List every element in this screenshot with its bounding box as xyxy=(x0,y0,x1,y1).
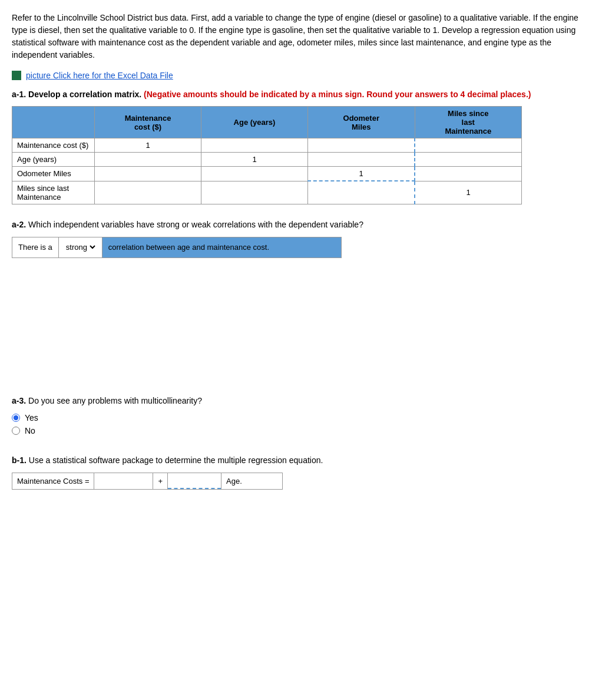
a3-question: a-3. Do you see any problems with multic… xyxy=(12,395,590,407)
cell-ml-ml[interactable] xyxy=(415,181,522,204)
a1-desc: Develop a correlation matrix. xyxy=(28,90,144,99)
row-label-miles-since: Miles since lastMaintenance xyxy=(12,181,95,204)
a1-question: a-1. Develop a correlation matrix. (Nega… xyxy=(12,90,590,99)
section-a2: a-2. Which independent variables have st… xyxy=(12,219,590,258)
cell-ml-age[interactable] xyxy=(201,181,308,204)
radio-no-item: No xyxy=(12,426,590,435)
radio-no[interactable] xyxy=(12,427,20,435)
input-mc-age[interactable] xyxy=(201,138,307,152)
cell-mc-mc[interactable] xyxy=(95,138,201,153)
b1-plus: + xyxy=(153,473,168,489)
input-odo-mc[interactable] xyxy=(95,167,201,180)
a2-static-text: There is a xyxy=(12,237,59,257)
section-a3: a-3. Do you see any problems with multic… xyxy=(12,395,590,435)
row-label-maintenance: Maintenance cost ($) xyxy=(12,138,95,153)
cell-odo-age[interactable] xyxy=(201,167,308,181)
a3-label: a-3. xyxy=(12,396,26,405)
b1-label: b-1. xyxy=(12,455,27,465)
row-label-age: Age (years) xyxy=(12,153,95,167)
spacer xyxy=(12,277,590,395)
a2-dropdown[interactable]: strong weak no xyxy=(64,242,97,252)
input-age-age[interactable] xyxy=(201,153,307,166)
section-b1: b-1. Use a statistical software package … xyxy=(12,454,590,490)
input-ml-mc[interactable] xyxy=(95,186,201,199)
a3-desc: Do you see any problems with multicollin… xyxy=(28,396,202,405)
input-odo-odo[interactable] xyxy=(308,167,414,180)
b1-equation-label: Maintenance Costs = xyxy=(12,473,94,489)
header-miles-since: Miles sincelastMaintenance xyxy=(415,107,522,138)
header-maintenance-cost: Maintenancecost ($) xyxy=(95,107,201,138)
cell-mc-age[interactable] xyxy=(201,138,308,153)
b1-input1[interactable] xyxy=(94,473,153,489)
b1-question: b-1. Use a statistical software package … xyxy=(12,454,590,467)
radio-yes-label: Yes xyxy=(25,413,38,422)
b1-equation-row: Maintenance Costs = + Age. xyxy=(12,473,283,490)
b1-desc: Use a statistical software package to de… xyxy=(29,455,323,465)
a1-instruction: (Negative amounts should be indicated by… xyxy=(144,90,531,99)
header-age: Age (years) xyxy=(201,107,308,138)
radio-yes[interactable] xyxy=(12,414,20,422)
excel-link-row[interactable]: picture Click here for the Excel Data Fi… xyxy=(12,71,590,80)
input-ml-age[interactable] xyxy=(201,186,307,199)
cell-odo-odo[interactable] xyxy=(308,167,415,181)
radio-yes-item: Yes xyxy=(12,413,590,422)
header-odometer: OdometerMiles xyxy=(308,107,415,138)
intro-paragraph: Refer to the Lincolnville School Distric… xyxy=(12,12,590,61)
header-empty xyxy=(12,107,95,138)
radio-no-label: No xyxy=(25,426,35,435)
section-a1: a-1. Develop a correlation matrix. (Nega… xyxy=(12,90,590,204)
a2-question: a-2. Which independent variables have st… xyxy=(12,219,590,231)
cell-ml-mc[interactable] xyxy=(95,181,201,204)
table-row: Odometer Miles xyxy=(12,167,522,181)
a2-description-text: correlation between age and maintenance … xyxy=(108,242,269,253)
cell-odo-miles[interactable] xyxy=(415,167,522,181)
input-mc-odo[interactable] xyxy=(308,138,414,152)
excel-link[interactable]: picture Click here for the Excel Data Fi… xyxy=(12,71,590,80)
b1-suffix: Age. xyxy=(221,473,247,489)
cell-odo-mc[interactable] xyxy=(95,167,201,181)
table-row: Miles since lastMaintenance xyxy=(12,181,522,204)
cell-ml-odo[interactable] xyxy=(308,181,415,204)
cell-mc-miles[interactable] xyxy=(415,138,522,153)
excel-icon xyxy=(12,71,21,80)
cell-age-mc[interactable] xyxy=(95,153,201,167)
correlation-matrix: Maintenancecost ($) Age (years) Odometer… xyxy=(12,106,522,204)
cell-age-odo[interactable] xyxy=(308,153,415,167)
table-row: Age (years) xyxy=(12,153,522,167)
input-odo-miles[interactable] xyxy=(415,167,521,180)
a3-radio-group: Yes No xyxy=(12,413,590,435)
input-mc-mc[interactable] xyxy=(95,138,201,152)
a2-desc: Which independent variables have strong … xyxy=(28,220,363,229)
row-label-odometer: Odometer Miles xyxy=(12,167,95,181)
input-age-miles[interactable] xyxy=(415,153,521,166)
input-ml-odo[interactable] xyxy=(308,186,414,199)
excel-link-label: picture Click here for the Excel Data Fi… xyxy=(26,71,173,80)
a1-label: a-1. xyxy=(12,90,26,99)
input-age-odo[interactable] xyxy=(308,153,414,166)
b1-input2[interactable] xyxy=(168,473,221,489)
a2-answer-row: There is a strong weak no correlation be… xyxy=(12,237,342,258)
cell-mc-odo[interactable] xyxy=(308,138,415,153)
cell-age-age[interactable] xyxy=(201,153,308,167)
a2-description-cell: correlation between age and maintenance … xyxy=(102,237,341,257)
input-odo-age[interactable] xyxy=(201,167,307,180)
a2-dropdown-cell[interactable]: strong weak no xyxy=(59,237,102,257)
cell-age-miles[interactable] xyxy=(415,153,522,167)
input-age-mc[interactable] xyxy=(95,153,201,166)
input-mc-miles[interactable] xyxy=(415,138,521,152)
a2-label: a-2. xyxy=(12,220,26,229)
table-row: Maintenance cost ($) xyxy=(12,138,522,153)
input-ml-ml[interactable] xyxy=(415,186,521,199)
